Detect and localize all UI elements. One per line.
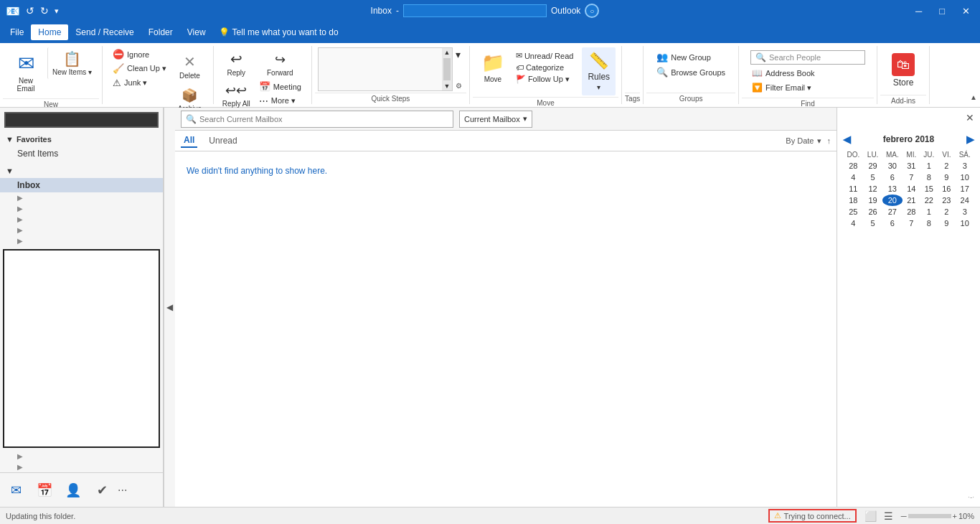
cal-day-5-next[interactable]: 5 — [864, 217, 882, 229]
cal-day-6-next[interactable]: 6 — [882, 217, 903, 229]
menu-view[interactable]: View — [180, 24, 213, 40]
status-view-list-btn[interactable]: ☰ — [882, 510, 895, 523]
new-items-button[interactable]: 📋 New Items ▾ — [47, 47, 96, 79]
mailbox-dropdown[interactable]: Current Mailbox ▾ — [459, 111, 532, 128]
cal-day-7[interactable]: 7 — [903, 172, 920, 183]
cal-day-5[interactable]: 5 — [864, 172, 882, 183]
redo-btn[interactable]: ↻ — [40, 5, 49, 17]
reply-all-button[interactable]: ↩↩ Reply All — [220, 81, 253, 110]
cal-day-24[interactable]: 24 — [955, 195, 974, 206]
unread-read-button[interactable]: ✉ Unread/ Read — [513, 50, 577, 61]
cal-day-28[interactable]: 28 — [903, 206, 920, 217]
cal-day-23[interactable]: 23 — [938, 195, 955, 206]
cal-day-15[interactable]: 15 — [920, 183, 938, 195]
cortana-icon[interactable]: ○ — [585, 4, 599, 18]
cal-day-16[interactable]: 16 — [938, 183, 955, 195]
sidebar-nav-people[interactable]: 👤 — [60, 477, 86, 503]
menu-folder[interactable]: Folder — [141, 24, 180, 40]
cal-day-4[interactable]: 4 — [843, 172, 864, 183]
right-panel-close-btn[interactable]: ✕ — [963, 111, 977, 125]
store-button[interactable]: 🛍 Store — [883, 47, 923, 93]
calendar-next-btn[interactable]: ▶ — [966, 134, 974, 145]
tell-me[interactable]: 💡 Tell me what you want to do — [219, 27, 339, 37]
sidebar-favorites[interactable]: ▼ Favorites — [0, 132, 163, 146]
sort-direction[interactable]: ↑ — [827, 136, 831, 145]
sidebar-nav-calendar[interactable]: 📅 — [32, 477, 57, 503]
move-button[interactable]: 📁 Move — [476, 47, 510, 88]
cal-day-9-next[interactable]: 9 — [938, 217, 955, 229]
search-current-mailbox[interactable]: 🔍 — [181, 111, 453, 128]
cal-day-6[interactable]: 6 — [882, 172, 903, 183]
cal-day-20-today[interactable]: 20 — [882, 195, 903, 206]
categorize-button[interactable]: 🏷 Categorize — [513, 62, 577, 72]
browse-groups-button[interactable]: 🔍 Browse Groups — [652, 65, 730, 79]
forward-button[interactable]: ↪ Forward — [255, 50, 306, 79]
cal-day-27[interactable]: 27 — [882, 206, 903, 217]
close-btn[interactable]: ✕ — [958, 4, 974, 18]
cal-day-8[interactable]: 8 — [920, 172, 938, 183]
cal-day-2[interactable]: 2 — [938, 160, 955, 172]
filter-tab-all[interactable]: All — [181, 134, 197, 148]
sidebar-search-box[interactable] — [4, 112, 159, 128]
qs-slider[interactable] — [443, 58, 451, 80]
customize-btn[interactable]: ▾ — [55, 6, 59, 16]
new-group-button[interactable]: 👥 New Group — [652, 50, 730, 64]
sidebar-nav-more[interactable]: ··· — [118, 484, 127, 497]
maximize-btn[interactable]: □ — [935, 4, 949, 18]
meeting-button[interactable]: 📅 Meeting — [255, 80, 306, 93]
zoom-plus-btn[interactable]: + — [953, 512, 957, 520]
cal-day-7-next[interactable]: 7 — [903, 217, 920, 229]
cal-day-18[interactable]: 18 — [843, 195, 864, 206]
zoom-slider[interactable] — [908, 514, 951, 518]
qs-settings-icon[interactable]: ⚙ — [456, 82, 462, 90]
qs-up-arrow[interactable]: ▲ — [442, 48, 452, 57]
sidebar-expand-6[interactable]: ▶ — [0, 451, 163, 462]
cal-day-21[interactable]: 21 — [903, 195, 920, 206]
sidebar-nav-mail[interactable]: ✉ — [3, 477, 29, 503]
cal-day-13[interactable]: 13 — [882, 183, 903, 195]
search-input[interactable] — [199, 115, 448, 123]
delete-button[interactable]: ✕ Delete — [175, 50, 204, 83]
cal-day-14[interactable]: 14 — [903, 183, 920, 195]
qs-down-arrow[interactable]: ▼ — [442, 82, 452, 90]
sidebar-collapse-arrow[interactable]: ◀ — [164, 108, 175, 507]
cal-day-10-next[interactable]: 10 — [955, 217, 974, 229]
cal-day-29-prev[interactable]: 29 — [864, 160, 882, 172]
cal-day-26[interactable]: 26 — [864, 206, 882, 217]
cal-day-3-next[interactable]: 3 — [955, 206, 974, 217]
address-book-button[interactable]: 📖 Address Book — [750, 67, 865, 79]
calendar-prev-btn[interactable]: ◀ — [843, 134, 851, 145]
sidebar-expand-1[interactable]: ▶ — [0, 192, 163, 203]
sidebar-expand-4[interactable]: ▶ — [0, 225, 163, 235]
quicksteps-scroll[interactable]: ▲ ▼ — [442, 48, 452, 90]
sidebar-expand-2[interactable]: ▶ — [0, 203, 163, 214]
cal-day-3[interactable]: 3 — [955, 160, 974, 172]
rules-button[interactable]: 📏 Rules ▾ — [582, 47, 616, 95]
menu-send-receive[interactable]: Send / Receive — [68, 24, 141, 40]
cal-day-10[interactable]: 10 — [955, 172, 974, 183]
sidebar-item-inbox[interactable]: Inbox — [0, 178, 163, 192]
new-email-button[interactable]: ✉ NewEmail — [6, 47, 46, 97]
ignore-button[interactable]: ⛔ Ignore — [108, 47, 171, 61]
status-view-normal-btn[interactable]: ⬜ — [862, 510, 879, 523]
cal-day-4-next[interactable]: 4 — [843, 217, 864, 229]
sidebar-nav-tasks[interactable]: ✔ — [89, 477, 115, 503]
filter-tab-unread[interactable]: Unread — [206, 134, 240, 147]
minimize-btn[interactable]: ─ — [911, 4, 926, 18]
sidebar-account[interactable]: ▼ — [0, 164, 163, 178]
filter-email-button[interactable]: 🔽 Filter Email ▾ — [750, 82, 865, 93]
sidebar-expand-3[interactable]: ▶ — [0, 214, 163, 225]
menu-file[interactable]: File — [3, 24, 31, 40]
cal-day-9[interactable]: 9 — [938, 172, 955, 183]
cal-day-2-next[interactable]: 2 — [938, 206, 955, 217]
search-people-box[interactable]: 🔍 Search People — [750, 50, 865, 65]
cal-day-17[interactable]: 17 — [955, 183, 974, 195]
cal-day-12[interactable]: 12 — [864, 183, 882, 195]
cal-day-1-next[interactable]: 1 — [920, 206, 938, 217]
more-button[interactable]: ⋯ More ▾ — [255, 94, 306, 108]
followup-button[interactable]: 🚩 Follow Up ▾ — [513, 74, 577, 85]
zoom-minus-btn[interactable]: ─ — [901, 512, 907, 520]
sidebar-expand-7[interactable]: ▶ — [0, 462, 163, 472]
sidebar-expand-5[interactable]: ▶ — [0, 235, 163, 246]
sidebar-item-sent[interactable]: Sent Items — [0, 146, 163, 161]
